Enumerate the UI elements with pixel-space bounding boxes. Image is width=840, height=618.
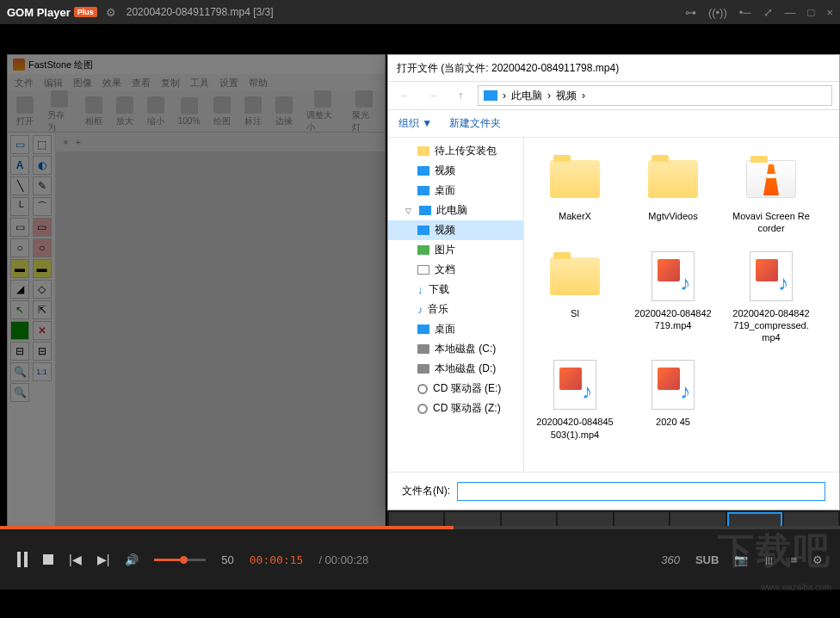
file-item[interactable]: Sl bbox=[531, 245, 619, 348]
file-item[interactable]: Movavi Screen Recorder bbox=[727, 148, 815, 238]
file-item[interactable]: MgtvVideos bbox=[629, 148, 717, 238]
tree-item[interactable]: ↓下载 bbox=[388, 280, 523, 300]
new-folder-button[interactable]: 新建文件夹 bbox=[449, 116, 501, 131]
tree-item[interactable]: 桌面 bbox=[388, 181, 523, 201]
filename-input[interactable] bbox=[457, 482, 825, 501]
tree-item[interactable]: ▽此电脑 bbox=[388, 201, 523, 220]
key-icon[interactable]: ⊶ bbox=[685, 6, 696, 19]
screenshot-icon[interactable]: 📷 bbox=[734, 553, 748, 566]
cast-icon[interactable]: ((•)) bbox=[708, 6, 727, 19]
time-total: / 00:00:28 bbox=[318, 553, 368, 566]
slider-icon[interactable]: •─ bbox=[739, 6, 751, 19]
next-button[interactable]: ▶| bbox=[97, 553, 110, 566]
faststone-icon bbox=[13, 59, 25, 71]
tree-item[interactable]: ♪音乐 bbox=[388, 300, 523, 319]
faststone-toolbar: 打开 另存为 相框 放大 缩小 100% 绘图 标注 边缘 调整大小 聚光灯 bbox=[8, 91, 385, 133]
file-open-dialog: 打开文件 (当前文件: 20200420-084911798.mp4) ← → … bbox=[387, 54, 840, 510]
nav-up-icon[interactable]: ↑ bbox=[450, 85, 471, 106]
window-title: 20200420-084911798.mp4 [3/3] bbox=[127, 6, 274, 18]
close-icon[interactable]: × bbox=[826, 6, 833, 19]
subtitle-button[interactable]: SUB bbox=[695, 553, 719, 566]
tree-item[interactable]: 本地磁盘 (C:) bbox=[388, 339, 523, 359]
player-controls: |◀ ▶| 🔊 50 00:00:15 / 00:00:28 360 SUB 📷… bbox=[0, 529, 840, 590]
tree-item[interactable]: CD 驱动器 (E:) bbox=[388, 379, 523, 399]
nav-back-icon[interactable]: ← bbox=[395, 85, 416, 106]
organize-button[interactable]: 组织 ▼ bbox=[398, 116, 432, 131]
equalizer-icon[interactable]: ⫼ bbox=[763, 553, 775, 566]
settings-icon[interactable]: ⚙ bbox=[812, 553, 823, 566]
dialog-toolbar: 组织 ▼ 新建文件夹 bbox=[388, 110, 839, 138]
file-grid: MakerXMgtvVideosMovavi Screen RecorderSl… bbox=[524, 138, 839, 472]
dialog-title: 打开文件 (当前文件: 20200420-084911798.mp4) bbox=[388, 55, 839, 81]
file-item[interactable]: 20200420-084845503(1).mp4 bbox=[531, 354, 619, 444]
dialog-bottom: 文件名(N): bbox=[388, 472, 839, 510]
pause-button[interactable] bbox=[17, 552, 28, 567]
tree-item[interactable]: 本地磁盘 (D:) bbox=[388, 359, 523, 379]
maximize-icon[interactable]: □ bbox=[808, 6, 815, 19]
file-item[interactable]: 20200420-084842719_compressed.mp4 bbox=[727, 245, 815, 348]
faststone-window: FastStone 绘图 文件编辑 图像效果 查看复制 工具设置 帮助 打开 另… bbox=[7, 54, 386, 536]
stop-button[interactable] bbox=[43, 554, 53, 565]
tree-item[interactable]: 视频 bbox=[388, 161, 523, 181]
prev-button[interactable]: |◀ bbox=[69, 553, 82, 566]
tree-item[interactable]: CD 驱动器 (Z:) bbox=[388, 399, 523, 418]
tree-item[interactable]: 视频 bbox=[388, 220, 523, 240]
filename-label: 文件名(N): bbox=[402, 484, 450, 498]
folder-tree: 待上传安装包视频桌面▽此电脑视频图片文档↓下载♪音乐桌面本地磁盘 (C:)本地磁… bbox=[388, 138, 524, 472]
dialog-nav: ← → ↑ › 此电脑 › 视频 › bbox=[388, 81, 839, 110]
pc-icon bbox=[484, 90, 497, 101]
video-area: FastStone 绘图 文件编辑 图像效果 查看复制 工具设置 帮助 打开 另… bbox=[0, 24, 840, 526]
faststone-menu: 文件编辑 图像效果 查看复制 工具设置 帮助 bbox=[8, 74, 385, 91]
file-item[interactable]: MakerX bbox=[531, 148, 619, 238]
time-current: 00:00:15 bbox=[250, 553, 304, 566]
gom-logo: GOM PlayerPlus bbox=[7, 6, 97, 19]
faststone-canvas: × + bbox=[56, 133, 385, 535]
tree-item[interactable]: 桌面 bbox=[388, 319, 523, 339]
volume-value: 50 bbox=[221, 553, 233, 566]
360-button[interactable]: 360 bbox=[661, 553, 680, 566]
volume-icon[interactable]: 🔊 bbox=[125, 553, 139, 566]
playlist-icon[interactable]: ≡ bbox=[790, 553, 797, 566]
nav-forward-icon[interactable]: → bbox=[423, 85, 443, 106]
faststone-titlebar: FastStone 绘图 bbox=[8, 55, 385, 74]
volume-slider[interactable] bbox=[154, 559, 206, 561]
tree-item[interactable]: 图片 bbox=[388, 240, 523, 260]
expand-icon[interactable]: ⤢ bbox=[763, 6, 773, 19]
tree-item[interactable]: 文档 bbox=[388, 260, 523, 280]
file-item[interactable]: 20200420-084842719.mp4 bbox=[629, 245, 717, 348]
tree-item[interactable]: 待上传安装包 bbox=[388, 141, 523, 161]
faststone-tool-palette: ▭⬚ A◐ ╲✎ └⌒ ▭▭ ○○ ▬▬ ◢◇ ↖⇱ ✕ ⊟⊟ 🔍1:1 🔍 bbox=[8, 133, 56, 535]
gom-titlebar: GOM PlayerPlus ⚙ 20200420-084911798.mp4 … bbox=[0, 0, 840, 24]
file-item[interactable]: 2020 45 bbox=[629, 354, 717, 444]
gear-icon[interactable]: ⚙ bbox=[106, 6, 116, 19]
minimize-icon[interactable]: — bbox=[785, 6, 796, 19]
breadcrumb[interactable]: › 此电脑 › 视频 › bbox=[478, 85, 832, 106]
